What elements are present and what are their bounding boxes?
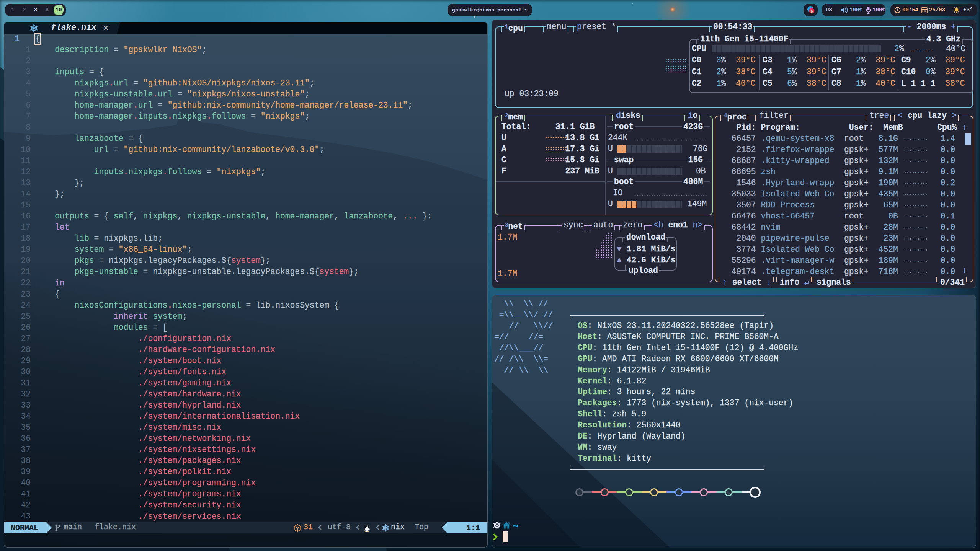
svg-text:6: 6 bbox=[810, 9, 813, 13]
